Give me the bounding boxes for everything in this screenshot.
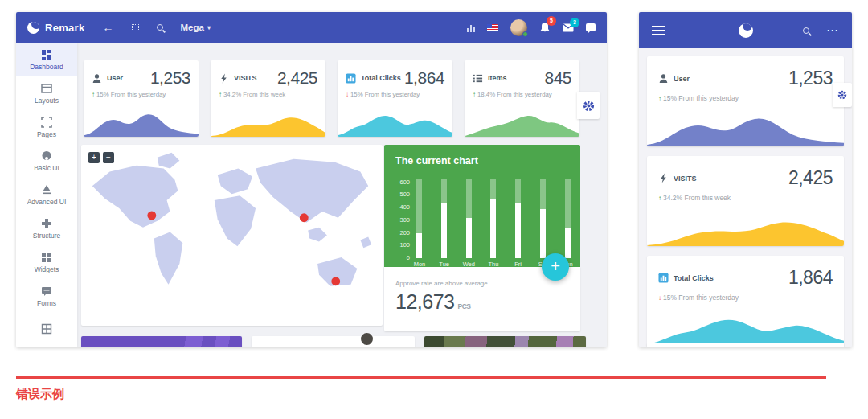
sidebar-item-label: Pages xyxy=(37,130,56,138)
bar-fill xyxy=(441,203,447,258)
chat-icon[interactable] xyxy=(586,23,596,31)
y-axis-tick-label: 400 xyxy=(391,203,410,211)
sidebar-item-label: Forms xyxy=(37,299,56,307)
bar-sat[interactable] xyxy=(540,179,546,258)
mega-menu[interactable]: Mega ▾ xyxy=(181,23,211,32)
stat-card-total-clicks: Total Clicks1,864↓15% From this yesterda… xyxy=(647,256,844,346)
gear-icon xyxy=(583,100,595,112)
bar-chart-panel: The current chart 0100200300400500600 Mo… xyxy=(384,145,580,267)
settings-toggle-tab[interactable] xyxy=(833,83,852,107)
activity-chart-icon[interactable] xyxy=(467,23,476,32)
y-axis-tick-label: 500 xyxy=(391,191,410,198)
stat-card-header: VISITS2,425 xyxy=(647,156,844,189)
stat-label: Items xyxy=(488,74,507,82)
dashboard-window: Remark ← Mega ▾ 5 3 xyxy=(16,12,607,347)
more-options-icon[interactable]: ··· xyxy=(827,25,839,36)
sidebar-item-advanced-ui[interactable]: Advanced UI xyxy=(16,178,77,212)
clicks-icon xyxy=(658,273,669,283)
back-arrow-icon[interactable]: ← xyxy=(103,21,114,34)
search-icon[interactable] xyxy=(157,24,163,31)
sidebar-item-label: Advanced UI xyxy=(27,198,67,206)
sidebar-item-structure[interactable]: Structure xyxy=(16,212,77,245)
stat-label: User xyxy=(107,74,123,82)
sidebar-item-forms[interactable]: Forms xyxy=(16,279,77,313)
stat-delta-text: 18.4% From this yesterday xyxy=(477,91,552,98)
basic-ui-icon xyxy=(41,150,52,162)
trend-arrow-icon: ↑ xyxy=(658,95,661,102)
sidebar-item-tables[interactable] xyxy=(16,313,77,347)
stat-delta: ↑34.2% From this week xyxy=(647,189,844,202)
bar-thu[interactable] xyxy=(490,179,496,258)
stat-value: 1,864 xyxy=(404,68,444,88)
screenshot-canvas: Remark ← Mega ▾ 5 3 xyxy=(0,0,868,419)
current-chart-card: The current chart 0100200300400500600 Mo… xyxy=(384,145,580,331)
map-zoom-controls: + − xyxy=(88,152,114,163)
stat-delta-text: 15% From this yesterday xyxy=(96,91,166,98)
mobile-card-list: User1,253↑15% From this yesterdayVISITS2… xyxy=(647,56,844,347)
bar-wed[interactable] xyxy=(466,179,472,258)
visits-icon xyxy=(658,173,669,183)
approve-rate-text: Approve rate are above average xyxy=(395,280,569,287)
map-marker[interactable] xyxy=(147,211,156,220)
settings-toggle-tab[interactable] xyxy=(577,92,600,119)
user-avatar[interactable] xyxy=(510,19,527,36)
mobile-preview-window: ··· User1,253↑15% From this yesterdayVIS… xyxy=(639,12,852,347)
navbar-right-group: 5 3 xyxy=(467,19,596,36)
sidebar-item-widgets[interactable]: Widgets xyxy=(16,245,77,279)
hamburger-menu-icon[interactable] xyxy=(652,26,665,35)
approve-rate-value: 12,673PCS xyxy=(395,290,569,314)
brand[interactable]: Remark xyxy=(27,22,85,34)
notification-badge: 5 xyxy=(547,16,556,26)
world-map-card: + − xyxy=(81,145,383,326)
fullscreen-icon[interactable] xyxy=(132,24,139,31)
notifications-bell[interactable]: 5 xyxy=(539,22,551,33)
map-marker[interactable] xyxy=(300,213,309,222)
mega-menu-label: Mega xyxy=(181,23,204,32)
sparkline-chart xyxy=(647,304,844,346)
stat-card-row: User1,253↑15% From this yesterdayVISITS2… xyxy=(84,60,579,137)
user-icon xyxy=(658,73,669,84)
clipped-white-card xyxy=(252,336,415,347)
sparkline-chart xyxy=(647,105,844,146)
bar-tue[interactable] xyxy=(441,179,447,258)
messages-envelope[interactable]: 3 xyxy=(563,23,574,32)
search-icon[interactable] xyxy=(803,27,809,34)
sidebar-nav: DashboardLayoutsPagesBasic UIAdvanced UI… xyxy=(16,43,77,347)
bar-mon[interactable] xyxy=(416,179,422,258)
y-axis-tick-label: 200 xyxy=(391,229,410,236)
items-icon xyxy=(473,73,483,84)
y-axis-tick-label: 100 xyxy=(391,241,410,249)
sidebar-item-pages[interactable]: Pages xyxy=(16,110,77,144)
x-axis-tick-label: Tue xyxy=(436,261,452,267)
add-fab-button[interactable]: + xyxy=(542,253,569,281)
map-zoom-out-button[interactable]: − xyxy=(103,152,114,163)
mobile-navbar: ··· xyxy=(639,12,852,48)
map-marker[interactable] xyxy=(331,277,340,285)
photo-card xyxy=(424,336,586,347)
x-axis-tick-label: Wed xyxy=(461,261,477,267)
sparkline-chart xyxy=(84,103,199,137)
stat-label: User xyxy=(674,75,690,83)
map-zoom-in-button[interactable]: + xyxy=(88,152,100,163)
bar-fill xyxy=(515,203,521,258)
sidebar-item-basic-ui[interactable]: Basic UI xyxy=(16,144,77,178)
sidebar-item-dashboard[interactable]: Dashboard xyxy=(16,43,77,76)
sidebar-item-layouts[interactable]: Layouts xyxy=(16,76,77,110)
stat-delta: ↓15% From this yesterday xyxy=(338,88,452,98)
world-map[interactable] xyxy=(81,145,383,319)
bar-fri[interactable] xyxy=(515,179,521,258)
chart-plot-area xyxy=(416,179,571,258)
bar-sun[interactable] xyxy=(565,179,571,258)
sparkline-chart xyxy=(338,103,452,137)
y-axis-tick-label: 600 xyxy=(391,179,410,186)
stat-card-header: User1,253 xyxy=(84,60,199,88)
main-navbar: Remark ← Mega ▾ 5 3 xyxy=(16,12,607,43)
remark-logo-icon[interactable] xyxy=(739,23,753,38)
language-flag-icon[interactable] xyxy=(487,24,498,31)
stat-card-user: User1,253↑15% From this yesterday xyxy=(84,60,199,137)
layouts-icon xyxy=(41,83,52,94)
sidebar-item-label: Widgets xyxy=(35,265,59,273)
stat-card-header: Total Clicks1,864 xyxy=(647,256,844,289)
y-axis-tick-label: 300 xyxy=(391,216,410,224)
mobile-navbar-right: ··· xyxy=(803,25,839,36)
